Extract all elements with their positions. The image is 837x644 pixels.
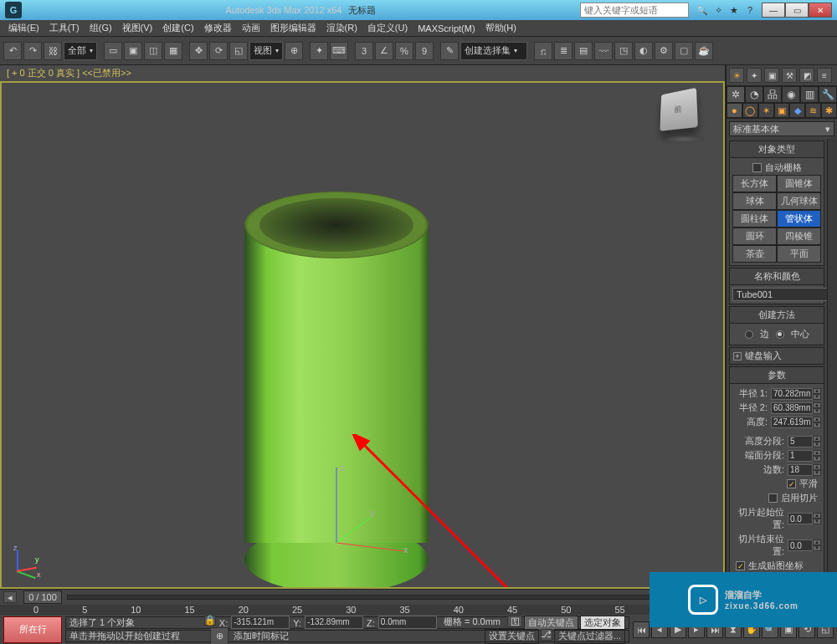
rotate-icon[interactable]: ⟳ <box>209 42 228 60</box>
btn-teapot[interactable]: 茶壶 <box>732 245 777 263</box>
hsegs-dn[interactable]: ▼ <box>813 442 821 447</box>
btn-box[interactable]: 长方体 <box>732 175 777 192</box>
spinner-snap-icon[interactable]: 9 <box>415 42 434 60</box>
redo-icon[interactable]: ↷ <box>23 42 42 60</box>
rollup-object-type[interactable]: 对象类型 <box>729 141 824 158</box>
selection-filter-dropdown[interactable]: 全部▾ <box>64 42 97 60</box>
search-icon[interactable]: 🔍 <box>696 3 709 17</box>
radius2-up[interactable]: ▲ <box>813 402 821 408</box>
sub-shapes-icon[interactable]: ◯ <box>742 103 758 118</box>
sides-input[interactable] <box>788 464 813 476</box>
slice-start-input[interactable] <box>788 513 813 524</box>
radius2-dn[interactable]: ▼ <box>813 408 821 414</box>
material-editor-icon[interactable]: ◐ <box>634 42 653 60</box>
radius1-up[interactable]: ▲ <box>813 388 821 394</box>
play-start-icon[interactable]: ⏮ <box>633 621 650 638</box>
coord-z-input[interactable]: 0.0mm <box>378 616 437 629</box>
sub-helpers-icon[interactable]: ◆ <box>789 103 805 118</box>
sub-spacewarps-icon[interactable]: ≋ <box>805 103 821 118</box>
menu-group[interactable]: 组(G) <box>85 20 117 36</box>
move-icon[interactable]: ✥ <box>189 42 208 60</box>
btn-cone[interactable]: 圆锥体 <box>777 175 821 192</box>
btn-pyramid[interactable]: 四棱锥 <box>777 227 821 245</box>
category-dropdown[interactable]: 标准基本体▾ <box>729 121 834 136</box>
viewcube[interactable]: 前 <box>658 89 708 140</box>
motion-tab[interactable]: ◉ <box>782 86 800 103</box>
ref-coord-dropdown[interactable]: 视图▾ <box>249 42 283 60</box>
sub-lights-icon[interactable]: ✶ <box>758 103 774 118</box>
time-slider[interactable]: 0 / 100 <box>23 590 62 604</box>
curve-editor-icon[interactable]: 〰 <box>594 42 613 60</box>
csegs-dn[interactable]: ▼ <box>813 456 821 462</box>
light-icon[interactable]: ☀ <box>729 68 744 83</box>
utilities-tab[interactable]: 🔧 <box>819 86 837 103</box>
lock-icon[interactable]: 🔒 <box>204 616 216 626</box>
util3-icon[interactable]: ≡ <box>817 68 832 83</box>
slice-end-input[interactable] <box>788 539 813 551</box>
radio-edge[interactable] <box>745 330 753 339</box>
btn-plane[interactable]: 平面 <box>777 245 821 263</box>
manipulate-icon[interactable]: ✦ <box>310 42 328 60</box>
keyboard-shortcut-icon[interactable]: ⌨ <box>330 42 348 60</box>
se-up[interactable]: ▲ <box>813 539 821 545</box>
close-button[interactable]: ✕ <box>809 3 832 18</box>
sub-cameras-icon[interactable]: ▣ <box>774 103 790 118</box>
timetag-icon[interactable]: ⊕ <box>210 627 229 645</box>
percent-snap-icon[interactable]: % <box>395 42 413 60</box>
smooth-checkbox[interactable]: ✓ <box>787 479 796 488</box>
tool-icon[interactable]: ✧ <box>711 3 725 17</box>
menu-customize[interactable]: 自定义(U) <box>362 20 413 36</box>
height-input[interactable] <box>771 417 813 428</box>
render-setup-icon[interactable]: ⚙ <box>655 42 673 60</box>
btn-sphere[interactable]: 球体 <box>732 192 777 210</box>
rollup-name-color[interactable]: 名称和颜色 <box>729 268 824 285</box>
window-crossing-icon[interactable]: ▦ <box>164 42 182 60</box>
menu-tools[interactable]: 工具(T) <box>44 20 85 36</box>
util2-icon[interactable]: ◩ <box>799 68 814 83</box>
named-selection-dropdown[interactable]: 创建选择集▾ <box>460 42 527 60</box>
render-icon[interactable]: ☕ <box>695 42 713 60</box>
menu-modifiers[interactable]: 修改器 <box>199 20 237 36</box>
camera-icon[interactable]: ✦ <box>747 68 762 83</box>
maximize-button[interactable]: ▭ <box>785 3 809 18</box>
genmap-checkbox[interactable]: ✓ <box>736 561 745 570</box>
help-icon[interactable]: ? <box>743 3 757 17</box>
timeslider-prev[interactable]: ◂ <box>3 591 17 603</box>
ss-dn[interactable]: ▼ <box>813 519 821 524</box>
modify-tab[interactable]: ◔ <box>745 86 763 103</box>
keymode-icon[interactable]: ⎇ <box>541 629 552 641</box>
menu-grapheditor[interactable]: 图形编辑器 <box>265 20 321 36</box>
schematic-icon[interactable]: ◳ <box>614 42 633 60</box>
height-dn[interactable]: ▼ <box>813 422 821 428</box>
btn-tube[interactable]: 管状体 <box>777 210 821 227</box>
radius2-input[interactable] <box>771 402 813 414</box>
menu-edit[interactable]: 编辑(E) <box>3 20 44 36</box>
menu-maxscript[interactable]: MAXScript(M) <box>413 22 480 35</box>
btn-torus[interactable]: 圆环 <box>732 227 777 245</box>
hierarchy-tab[interactable]: 品 <box>763 86 782 103</box>
sides-dn[interactable]: ▼ <box>813 470 821 476</box>
minimize-button[interactable]: — <box>762 3 785 18</box>
autogrid-checkbox[interactable] <box>752 163 762 172</box>
se-dn[interactable]: ▼ <box>813 545 821 551</box>
add-time-tag[interactable]: 添加时间标记 <box>229 630 294 642</box>
height-segs-input[interactable] <box>788 436 813 447</box>
btn-geosphere[interactable]: 几何球体 <box>777 192 821 210</box>
favorite-icon[interactable]: ★ <box>727 3 741 17</box>
ss-up[interactable]: ▲ <box>813 513 821 519</box>
setkey-button[interactable]: 设置关键点 <box>485 629 539 644</box>
sides-up[interactable]: ▲ <box>813 464 821 470</box>
display-icon[interactable]: ▣ <box>764 68 779 83</box>
snap-toggle-3-icon[interactable]: 3 <box>355 42 373 60</box>
sub-systems-icon[interactable]: ✱ <box>821 103 837 118</box>
sub-geometry-icon[interactable]: ● <box>727 103 742 118</box>
create-tab[interactable]: ✲ <box>727 86 745 103</box>
coord-x-input[interactable]: -315.121m <box>231 616 290 629</box>
viewport-label[interactable]: [ + 0 正交 0 真实 ] <<已禁用>> <box>0 65 725 81</box>
select-region-icon[interactable]: ◫ <box>144 42 162 60</box>
layers-icon[interactable]: ▤ <box>574 42 593 60</box>
help-search-input[interactable] <box>580 3 689 18</box>
pivot-icon[interactable]: ⊕ <box>285 42 303 60</box>
slice-checkbox[interactable] <box>768 493 778 503</box>
hsegs-up[interactable]: ▲ <box>813 436 821 442</box>
